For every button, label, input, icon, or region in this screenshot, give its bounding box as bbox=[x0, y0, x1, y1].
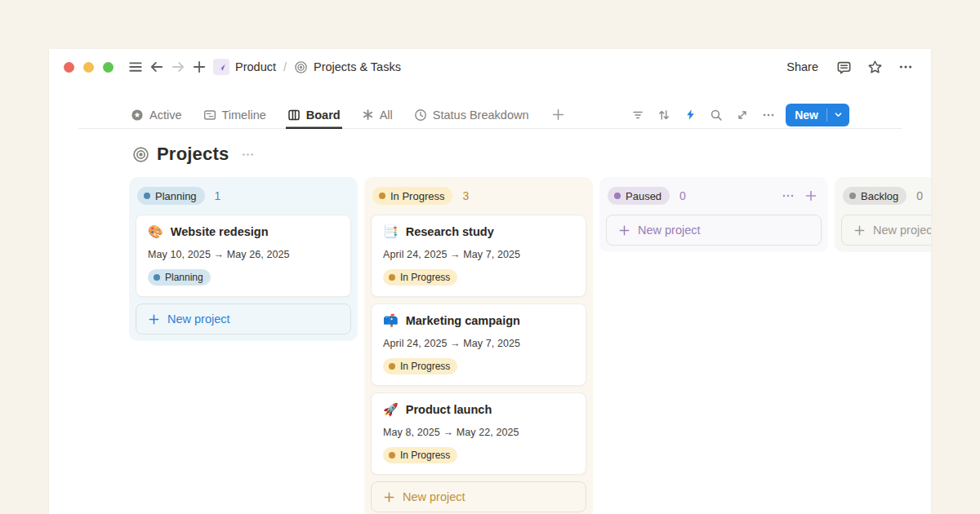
status-label: Backlog bbox=[861, 190, 898, 202]
column-count: 0 bbox=[916, 189, 923, 202]
column-add-icon[interactable] bbox=[804, 188, 818, 203]
traffic-lights bbox=[64, 62, 114, 73]
tab-label: All bbox=[380, 109, 393, 122]
status-label: Planning bbox=[155, 190, 197, 202]
card-title: Website redesign bbox=[171, 225, 269, 238]
project-card[interactable]: 📑 Research study April 24, 2025 → May 7,… bbox=[371, 215, 586, 297]
desktop-background: Product / Projects & Tasks Share bbox=[0, 0, 980, 514]
card-dates: April 24, 2025 → May 7, 2025 bbox=[383, 249, 574, 260]
column-header: Backlog 0 bbox=[841, 184, 931, 208]
status-dot bbox=[154, 274, 160, 281]
plus-icon bbox=[853, 224, 866, 237]
tab-all[interactable]: All bbox=[360, 101, 394, 129]
target-icon bbox=[294, 60, 308, 74]
new-page-plus-icon[interactable] bbox=[189, 56, 210, 78]
status-badge: In Progress bbox=[383, 269, 457, 286]
tab-status-breakdown[interactable]: Status Breakdown bbox=[412, 101, 531, 129]
new-project-button[interactable]: New project bbox=[136, 304, 351, 335]
card-title: Marketing campaign bbox=[406, 314, 520, 327]
board-icon bbox=[287, 109, 301, 122]
comments-icon[interactable] bbox=[831, 55, 856, 78]
status-label: Planning bbox=[165, 272, 203, 283]
more-icon[interactable] bbox=[761, 108, 776, 122]
card-emoji-icon: 📫 bbox=[383, 315, 399, 327]
minimize-window-button[interactable] bbox=[83, 62, 94, 73]
back-icon[interactable] bbox=[146, 56, 167, 78]
status-dot bbox=[144, 193, 150, 199]
new-button-label[interactable]: New bbox=[786, 109, 826, 122]
board-column-planning: Planning 1 🎨 Website redesign May 10, 20… bbox=[129, 177, 358, 341]
card-title: Research study bbox=[406, 225, 494, 238]
new-button[interactable]: New bbox=[786, 104, 849, 126]
status-label: In Progress bbox=[400, 450, 450, 461]
column-header: Planning 1 bbox=[136, 184, 351, 208]
project-card[interactable]: 🚀 Product launch May 8, 2025 → May 22, 2… bbox=[371, 392, 586, 475]
status-badge: Planning bbox=[148, 269, 211, 286]
clock-icon bbox=[414, 109, 427, 122]
status-badge[interactable]: Backlog bbox=[843, 187, 906, 205]
column-header: In Progress 3 bbox=[371, 184, 586, 208]
more-icon[interactable] bbox=[893, 55, 918, 78]
expand-icon[interactable] bbox=[735, 108, 750, 122]
status-badge[interactable]: Planning bbox=[137, 187, 205, 205]
topbar-actions: Share bbox=[780, 55, 918, 78]
add-view-plus-icon[interactable] bbox=[551, 108, 565, 122]
star-circle-icon bbox=[131, 109, 144, 122]
card-title: Product launch bbox=[406, 403, 492, 416]
page-title-row: Projects bbox=[132, 142, 931, 166]
zoom-window-button[interactable] bbox=[103, 62, 114, 73]
search-icon[interactable] bbox=[709, 108, 724, 122]
view-controls bbox=[630, 108, 776, 122]
card-dates: May 10, 2025 → May 26, 2025 bbox=[148, 249, 339, 260]
close-window-button[interactable] bbox=[64, 62, 74, 73]
timeline-icon bbox=[203, 109, 216, 122]
window-topbar: Product / Projects & Tasks Share bbox=[49, 49, 931, 85]
sidebar-toggle-icon[interactable] bbox=[125, 56, 146, 78]
card-emoji-icon: 🎨 bbox=[148, 226, 163, 238]
new-project-button[interactable]: New project bbox=[371, 481, 586, 512]
board-column-backlog: Backlog 0 New project bbox=[835, 177, 931, 252]
tab-label: Active bbox=[149, 109, 182, 122]
new-project-label: New project bbox=[638, 224, 701, 237]
share-button[interactable]: Share bbox=[780, 57, 825, 77]
plus-icon bbox=[618, 224, 630, 237]
status-dot bbox=[849, 193, 856, 199]
new-project-button[interactable]: New project bbox=[841, 215, 931, 246]
status-badge[interactable]: Paused bbox=[608, 187, 670, 205]
tab-board[interactable]: Board bbox=[286, 101, 342, 129]
status-dot bbox=[389, 452, 395, 459]
new-project-label: New project bbox=[403, 490, 466, 503]
sort-icon[interactable] bbox=[657, 108, 671, 122]
status-badge[interactable]: In Progress bbox=[372, 187, 452, 205]
column-count: 1 bbox=[215, 189, 221, 202]
project-card[interactable]: 🎨 Website redesign May 10, 2025 → May 26… bbox=[136, 215, 351, 297]
filter-icon[interactable] bbox=[630, 108, 645, 122]
project-card[interactable]: 📫 Marketing campaign April 24, 2025 → Ma… bbox=[371, 304, 586, 386]
status-dot bbox=[614, 193, 621, 199]
new-project-button[interactable]: New project bbox=[606, 215, 822, 246]
tab-active[interactable]: Active bbox=[129, 101, 184, 129]
forward-icon[interactable] bbox=[167, 56, 189, 78]
column-count: 3 bbox=[462, 189, 469, 202]
column-more-icon[interactable] bbox=[781, 188, 795, 203]
status-badge: In Progress bbox=[383, 447, 457, 463]
board-column-in-progress: In Progress 3 📑 Research study April 24,… bbox=[364, 177, 593, 514]
breadcrumb-workspace[interactable]: Product bbox=[235, 60, 276, 73]
workspace-logo-icon[interactable] bbox=[213, 59, 229, 75]
status-badge: In Progress bbox=[383, 358, 457, 374]
tab-timeline[interactable]: Timeline bbox=[202, 101, 268, 129]
title-more-icon[interactable] bbox=[241, 148, 255, 162]
tab-label: Status Breakdown bbox=[433, 109, 529, 122]
status-label: Paused bbox=[626, 190, 662, 202]
breadcrumb-separator: / bbox=[283, 60, 287, 73]
view-tabs: Active Timeline Board bbox=[129, 101, 565, 129]
breadcrumb-page[interactable]: Projects & Tasks bbox=[314, 60, 401, 73]
breadcrumb: Product / Projects & Tasks bbox=[213, 59, 401, 75]
card-emoji-icon: 📑 bbox=[383, 226, 399, 238]
new-project-label: New project bbox=[873, 224, 931, 237]
automation-bolt-icon[interactable] bbox=[683, 108, 697, 122]
favorite-star-icon[interactable] bbox=[862, 55, 887, 78]
board: Planning 1 🎨 Website redesign May 10, 20… bbox=[49, 177, 931, 514]
chevron-down-icon[interactable] bbox=[827, 110, 849, 119]
status-label: In Progress bbox=[400, 361, 450, 372]
